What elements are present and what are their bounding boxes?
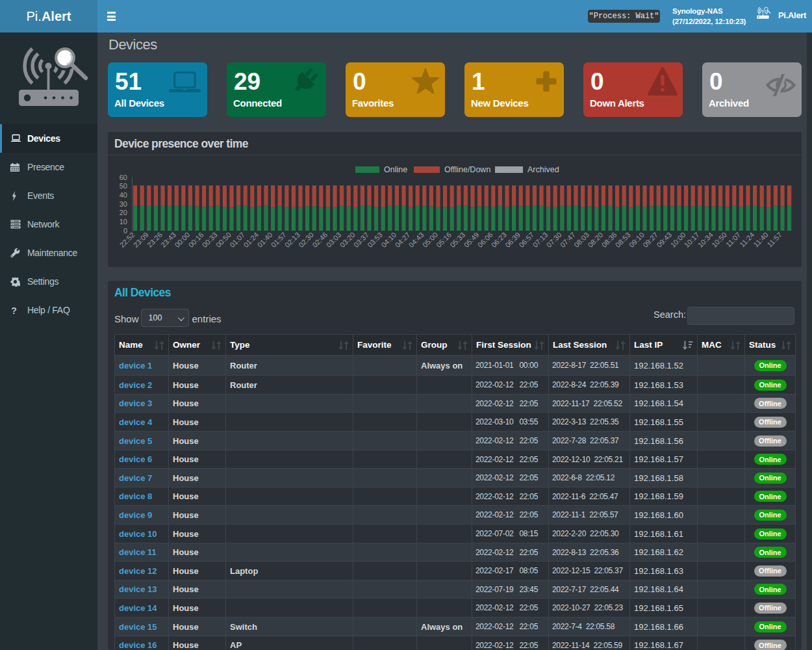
svg-text:10:00: 10:00: [669, 231, 687, 249]
svg-text:08:20: 08:20: [586, 231, 604, 249]
svg-text:07:30: 07:30: [545, 231, 563, 249]
svg-text:11:24: 11:24: [738, 231, 755, 248]
svg-text:11:57: 11:57: [766, 231, 783, 248]
svg-text:09:43: 09:43: [655, 231, 673, 249]
svg-text:23:09: 23:09: [132, 231, 150, 249]
svg-text:02:13: 02:13: [283, 231, 301, 249]
svg-text:03:03: 03:03: [325, 231, 343, 249]
svg-text:10:34: 10:34: [696, 231, 715, 249]
svg-text:01:57: 01:57: [270, 231, 288, 249]
svg-text:05:16: 05:16: [435, 231, 453, 249]
svg-text:08:36: 08:36: [600, 231, 618, 249]
svg-text:22:52: 22:52: [118, 231, 136, 249]
svg-text:20: 20: [120, 209, 127, 216]
svg-text:?: ?: [11, 306, 16, 315]
svg-text:11:40: 11:40: [752, 231, 769, 248]
svg-text:07:47: 07:47: [559, 231, 577, 249]
svg-text:Online: Online: [384, 165, 407, 174]
svg-text:00:33: 00:33: [201, 231, 219, 249]
svg-text:23:26: 23:26: [146, 231, 164, 249]
svg-text:02:46: 02:46: [311, 231, 329, 249]
svg-text:01:07: 01:07: [228, 231, 246, 249]
svg-text:00:16: 00:16: [187, 231, 205, 249]
svg-text:05:49: 05:49: [463, 231, 481, 249]
svg-text:09:27: 09:27: [641, 231, 659, 249]
svg-text:01:24: 01:24: [242, 231, 260, 249]
svg-text:00:00: 00:00: [173, 231, 191, 249]
svg-text:Archived: Archived: [527, 165, 559, 174]
svg-text:10:50: 10:50: [710, 231, 728, 249]
svg-text:04:27: 04:27: [394, 231, 412, 249]
svg-text:03:37: 03:37: [352, 231, 370, 249]
svg-text:08:53: 08:53: [614, 231, 632, 249]
svg-text:10: 10: [120, 218, 127, 226]
svg-text:09:10: 09:10: [628, 231, 646, 249]
svg-text:11:07: 11:07: [724, 231, 742, 248]
svg-text:06:23: 06:23: [490, 231, 508, 249]
svg-text:30: 30: [120, 200, 127, 208]
svg-text:40: 40: [120, 191, 127, 199]
svg-text:05:33: 05:33: [448, 231, 466, 249]
svg-text:03:20: 03:20: [338, 231, 357, 249]
svg-text:0: 0: [123, 227, 127, 235]
svg-text:06:39: 06:39: [503, 231, 522, 249]
svg-text:05:00: 05:00: [421, 231, 439, 249]
svg-text:00:50: 00:50: [214, 231, 233, 249]
svg-text:01:40: 01:40: [256, 231, 274, 249]
svg-text:23:43: 23:43: [159, 231, 177, 249]
svg-text:10:17: 10:17: [683, 231, 701, 249]
svg-text:03:53: 03:53: [366, 231, 384, 249]
svg-text:04:10: 04:10: [379, 231, 398, 249]
svg-text:07:13: 07:13: [531, 231, 550, 249]
svg-text:06:57: 06:57: [517, 231, 535, 249]
svg-text:Offline/Down: Offline/Down: [444, 165, 490, 174]
svg-text:04:43: 04:43: [407, 231, 425, 249]
svg-text:02:30: 02:30: [297, 231, 315, 249]
svg-text:08:03: 08:03: [572, 231, 590, 249]
svg-text:06:06: 06:06: [476, 231, 494, 249]
svg-text:60: 60: [120, 174, 127, 181]
svg-text:50: 50: [120, 182, 127, 190]
